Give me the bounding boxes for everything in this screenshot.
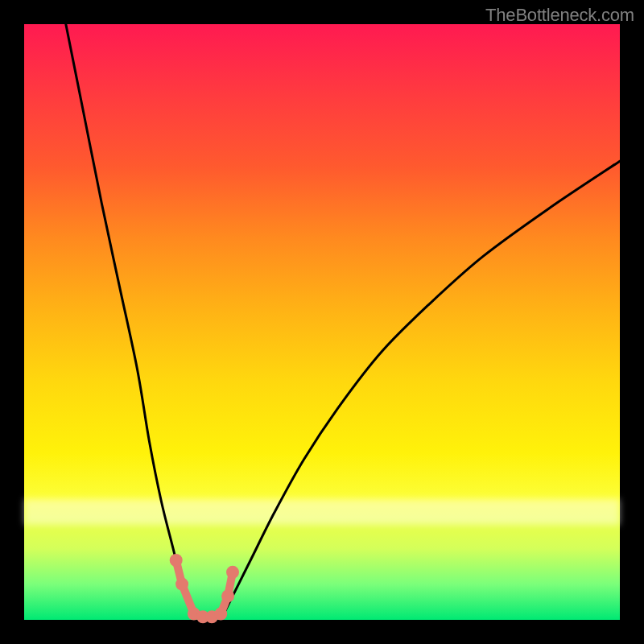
- marker-dot: [221, 589, 234, 602]
- marker-dot: [226, 566, 239, 579]
- bottleneck-curve-left: [66, 24, 200, 620]
- marker-dot: [214, 608, 227, 621]
- watermark-text: TheBottleneck.com: [485, 5, 634, 26]
- chart-frame: TheBottleneck.com: [0, 0, 644, 644]
- marker-dot: [170, 554, 183, 567]
- marker-dot: [175, 578, 188, 591]
- bottleneck-curve-right: [221, 161, 620, 620]
- chart-svg: [24, 24, 620, 620]
- plot-area: [24, 24, 620, 620]
